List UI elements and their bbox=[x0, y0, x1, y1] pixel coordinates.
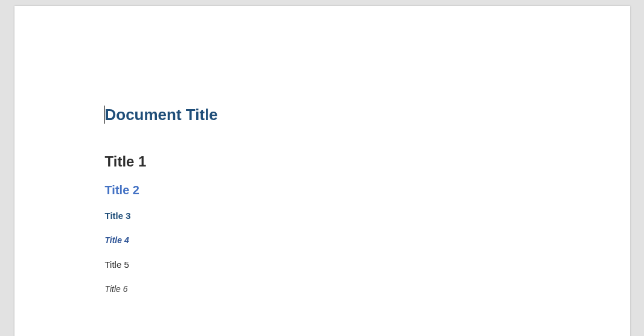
heading-6[interactable]: Title 6 bbox=[105, 284, 570, 294]
heading-5[interactable]: Title 5 bbox=[105, 259, 570, 270]
document-title[interactable]: Document Title bbox=[105, 106, 570, 124]
heading-2[interactable]: Title 2 bbox=[105, 183, 570, 197]
heading-4[interactable]: Title 4 bbox=[105, 235, 570, 245]
heading-3[interactable]: Title 3 bbox=[105, 211, 570, 221]
document-title-text: Document Title bbox=[105, 106, 218, 124]
heading-1[interactable]: Title 1 bbox=[105, 153, 570, 170]
document-page[interactable]: Document Title Title 1 Title 2 Title 3 T… bbox=[14, 6, 630, 336]
text-cursor bbox=[104, 106, 105, 124]
